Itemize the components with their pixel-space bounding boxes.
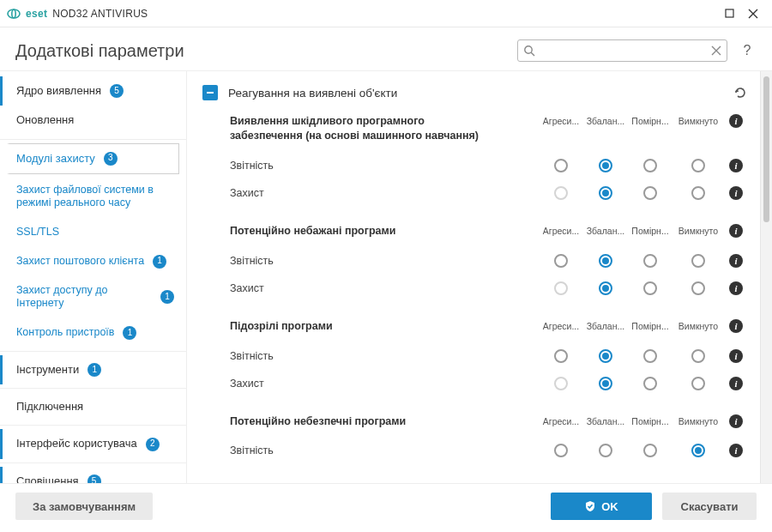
sidebar-item-realtime-fs[interactable]: Захист файлової системи в режимі реально… [0, 176, 186, 218]
info-icon[interactable]: i [729, 224, 743, 238]
radio-cell [539, 159, 583, 172]
sidebar-item-label: Захист поштового клієнта [16, 255, 144, 269]
radio-option-1[interactable] [599, 186, 612, 200]
scrollbar-track[interactable] [760, 71, 772, 483]
radio-option-1[interactable] [599, 281, 612, 295]
row-label: Звітність [230, 160, 539, 172]
sidebar-item-ssl-tls[interactable]: SSL/TLS [0, 218, 186, 247]
radio-option-2[interactable] [643, 186, 657, 200]
row-label: Звітність [230, 255, 539, 267]
sidebar-item-tools[interactable]: Інструменти 1 [0, 355, 186, 384]
sidebar-badge: 5 [87, 475, 101, 483]
svg-point-1 [12, 9, 15, 18]
sidebar-item-connection[interactable]: Підключення [0, 392, 186, 421]
sidebar-item-mail-client[interactable]: Захист поштового клієнта 1 [0, 247, 186, 276]
sidebar-item-device-control[interactable]: Контроль пристроїв 1 [0, 318, 186, 348]
column-label-moderate: Помірн... [628, 416, 672, 426]
radio-option-3[interactable] [691, 281, 705, 295]
group-title: Виявлення шкідливого програмного забезпе… [230, 114, 487, 143]
eset-logo-icon [7, 7, 21, 21]
column-labels: Агреси...Збалан...Помірн...Вимкнутоi [539, 114, 748, 128]
cancel-button[interactable]: Скасувати [662, 493, 757, 520]
radio-option-2[interactable] [643, 281, 657, 295]
info-icon[interactable]: i [729, 254, 743, 268]
radio-option-0[interactable] [554, 254, 568, 268]
radio-group: i [539, 444, 748, 457]
radio-option-3[interactable] [691, 254, 705, 268]
window-close-button[interactable] [741, 2, 765, 26]
column-label-balanced: Збалан... [583, 321, 628, 331]
radio-option-1[interactable] [599, 444, 612, 457]
radio-option-1[interactable] [599, 377, 612, 390]
radio-group: i [539, 349, 748, 363]
sidebar-item-protection-modules[interactable]: Модулі захисту 3 [7, 143, 179, 174]
info-icon[interactable]: i [729, 281, 743, 295]
main-area: Ядро виявлення 5 Оновлення Модулі захист… [0, 71, 772, 483]
radio-option-2[interactable] [643, 349, 657, 363]
sidebar-item-label: Захист доступу до Інтернету [16, 284, 152, 311]
section-header: Реагування на виявлені об'єкти [194, 78, 757, 107]
undo-button[interactable] [733, 85, 748, 100]
clear-search-icon[interactable] [711, 45, 721, 56]
info-icon[interactable]: i [729, 186, 743, 200]
column-label-off: Вимкнуто [672, 321, 724, 331]
radio-option-0[interactable] [554, 159, 568, 172]
sidebar-item-label: Оновлення [16, 113, 74, 127]
collapse-button[interactable] [202, 85, 218, 100]
column-label-off: Вимкнуто [672, 116, 724, 126]
radio-option-1[interactable] [599, 349, 612, 363]
radio-cell [672, 281, 724, 295]
info-icon[interactable]: i [729, 414, 743, 428]
sidebar-item-updates[interactable]: Оновлення [0, 106, 186, 135]
info-icon[interactable]: i [729, 444, 743, 457]
radio-option-2[interactable] [643, 254, 657, 268]
radio-option-0[interactable] [554, 377, 568, 390]
info-column: i [724, 281, 748, 295]
button-label: Скасувати [681, 500, 739, 513]
radio-group: i [539, 159, 748, 172]
search-input[interactable] [540, 45, 706, 57]
radio-group: i [539, 186, 748, 200]
window-maximize-button[interactable] [717, 2, 741, 26]
sidebar-badge: 1 [153, 255, 166, 269]
search-box[interactable] [517, 39, 727, 62]
info-icon[interactable]: i [729, 159, 743, 172]
radio-option-0[interactable] [554, 349, 568, 363]
info-column: i [724, 349, 748, 363]
settings-row: Звітністьi [230, 342, 748, 370]
radio-option-1[interactable] [599, 254, 612, 268]
info-icon[interactable]: i [729, 319, 743, 333]
product-name: NOD32 ANTIVIRUS [52, 8, 148, 20]
radio-option-1[interactable] [599, 159, 612, 172]
sidebar-item-web-access[interactable]: Захист доступу до Інтернету 1 [0, 276, 186, 318]
sidebar-badge: 2 [146, 438, 160, 451]
radio-option-0[interactable] [554, 186, 568, 200]
radio-option-2[interactable] [643, 444, 657, 457]
radio-option-3[interactable] [691, 159, 705, 172]
defaults-button[interactable]: За замовчуванням [15, 493, 153, 520]
ok-button[interactable]: OK [551, 493, 652, 520]
app-logo: eset NOD32 ANTIVIRUS [7, 7, 148, 21]
sidebar-item-detection-core[interactable]: Ядро виявлення 5 [0, 76, 186, 106]
info-icon[interactable]: i [729, 114, 743, 128]
column-labels: Агреси...Збалан...Помірн...Вимкнутоi [539, 319, 748, 333]
info-icon[interactable]: i [729, 377, 743, 390]
radio-option-3[interactable] [691, 349, 705, 363]
radio-option-2[interactable] [643, 377, 657, 390]
sidebar-item-notifications[interactable]: Сповіщення 5 [0, 467, 186, 483]
radio-option-2[interactable] [643, 159, 657, 172]
group-head: Потенційно небажані програмиАгреси...Зба… [230, 224, 748, 239]
radio-option-0[interactable] [554, 444, 568, 457]
radio-option-3[interactable] [691, 444, 705, 457]
radio-option-0[interactable] [554, 281, 568, 295]
radio-option-3[interactable] [691, 186, 705, 200]
radio-option-3[interactable] [691, 377, 705, 390]
row-label: Звітність [230, 444, 539, 456]
minus-icon [206, 88, 214, 97]
sidebar-item-ui[interactable]: Інтерфейс користувача 2 [0, 429, 186, 458]
help-button[interactable]: ? [738, 41, 757, 60]
scrollbar-thumb[interactable] [763, 76, 769, 222]
column-label-off: Вимкнуто [672, 416, 724, 426]
column-label-aggressive: Агреси... [539, 416, 583, 426]
info-icon[interactable]: i [729, 349, 743, 363]
